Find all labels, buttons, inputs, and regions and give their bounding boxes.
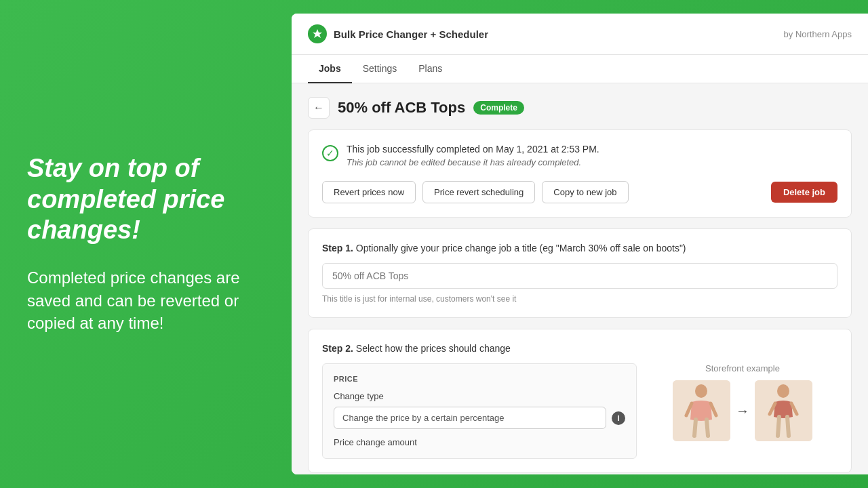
tab-jobs[interactable]: Jobs: [308, 55, 352, 83]
step1-description: Optionally give your price change job a …: [356, 243, 686, 253]
select-wrapper: Change the price by a certain percentage…: [334, 407, 625, 429]
storefront-label: Storefront example: [648, 363, 837, 373]
price-panel: PRICE Change type Change the price by a …: [322, 363, 637, 459]
success-note: This job cannot be edited because it has…: [347, 157, 837, 167]
revert-prices-now-button[interactable]: Revert prices now: [322, 181, 416, 203]
svg-point-1: [695, 384, 707, 398]
price-panel-label: PRICE: [334, 375, 625, 383]
app-header-left: Bulk Price Changer + Scheduler: [308, 24, 488, 43]
subtext: Completed price changes are saved and ca…: [27, 266, 264, 335]
tab-plans[interactable]: Plans: [408, 55, 453, 83]
price-change-amount-label: Price change amount: [334, 437, 625, 447]
step1-label: Step 1. Optionally give your price chang…: [322, 243, 837, 253]
job-title-input[interactable]: [322, 263, 837, 289]
info-icon[interactable]: i: [612, 411, 625, 425]
right-panel: Bulk Price Changer + Scheduler by Northe…: [292, 14, 868, 474]
storefront-images: →: [648, 380, 837, 441]
page-header: ← 50% off ACB Tops Complete: [308, 97, 852, 119]
step1-card: Step 1. Optionally give your price chang…: [308, 228, 852, 318]
action-buttons-left: Revert prices now Price revert schedulin…: [322, 181, 629, 203]
step2-number: Step 2.: [322, 343, 353, 354]
status-badge: Complete: [473, 101, 524, 115]
success-message: This job successfully completed on May 1…: [347, 144, 837, 155]
step2-label: Step 2. Select how the prices should cha…: [322, 343, 837, 354]
step2-grid: PRICE Change type Change the price by a …: [322, 363, 837, 459]
step2-card: Step 2. Select how the prices should cha…: [308, 329, 852, 473]
delete-job-button[interactable]: Delete job: [771, 182, 837, 203]
success-card: ✓ This job successfully completed on May…: [308, 129, 852, 218]
change-type-label: Change type: [334, 391, 625, 401]
main-content: ← 50% off ACB Tops Complete ✓ This job s…: [292, 83, 868, 474]
price-revert-scheduling-button[interactable]: Price revert scheduling: [422, 181, 535, 203]
action-buttons: Revert prices now Price revert schedulin…: [322, 181, 837, 203]
svg-point-3: [777, 384, 789, 398]
copy-to-new-job-button[interactable]: Copy to new job: [542, 181, 628, 203]
step1-number: Step 1.: [322, 243, 353, 253]
page-title: 50% off ACB Tops: [338, 99, 465, 117]
headline: Stay on top of completed price changes!: [27, 153, 264, 246]
step2-description: Select how the prices should change: [356, 343, 511, 354]
arrow-icon: →: [736, 403, 749, 419]
app-icon: [308, 24, 327, 43]
nav-tabs: Jobs Settings Plans: [292, 55, 868, 83]
left-panel: Stay on top of completed price changes! …: [0, 0, 292, 488]
app-title: Bulk Price Changer + Scheduler: [334, 28, 488, 40]
app-header: Bulk Price Changer + Scheduler by Northe…: [292, 14, 868, 55]
input-hint: This title is just for internal use, cus…: [322, 294, 837, 304]
back-button[interactable]: ←: [308, 97, 330, 119]
success-banner: ✓ This job successfully completed on May…: [322, 144, 837, 170]
storefront-panel: Storefront example: [648, 363, 837, 441]
app-by: by Northern Apps: [784, 29, 852, 39]
product-card-before: [673, 380, 730, 441]
success-text: This job successfully completed on May 1…: [347, 144, 837, 170]
product-card-after: [755, 380, 812, 441]
change-type-select[interactable]: Change the price by a certain percentage: [334, 407, 606, 429]
tab-settings[interactable]: Settings: [352, 55, 408, 83]
success-icon: ✓: [322, 145, 338, 161]
